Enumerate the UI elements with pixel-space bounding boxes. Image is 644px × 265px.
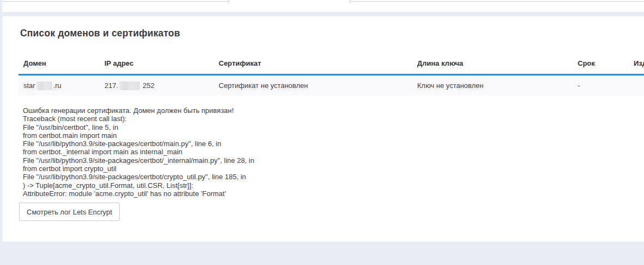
certificate-cell: Сертификат не установлен: [219, 81, 417, 90]
column-header-term: Срок: [578, 59, 634, 67]
tab-bar: [2, 0, 644, 12]
active-tab-right-border: [350, 0, 350, 3]
tab-divider-left: [2, 1, 228, 2]
traceback-line: File "/usr/bin/certbot", line 5, in: [23, 123, 414, 131]
view-letsencrypt-log-button[interactable]: Смотреть лог Lets Encrypt: [19, 203, 120, 221]
tab-divider-right: [350, 1, 644, 2]
certificate-error-log: Ошибка генерации сертификата. Домен долж…: [23, 106, 414, 198]
traceback-line: ) -> Tuple[acme_crypto_util.Format, util…: [23, 181, 414, 190]
traceback-line: AttributeError: module 'acme.crypto_util…: [23, 190, 414, 198]
tab-segment-right[interactable]: [350, 0, 644, 12]
traceback-line: File "/usr/lib/python3.9/site-packages/c…: [23, 140, 414, 148]
active-tab-left-border: [228, 0, 229, 3]
page: { "theme": { "page_bg": "#e8edf5", "card…: [0, 0, 644, 265]
column-header-certificate: Сертификат: [219, 59, 417, 67]
tab-segment-active[interactable]: [229, 0, 350, 12]
traceback-line: File "/usr/lib/python3.9/site-packages/c…: [23, 156, 414, 165]
table-header-row: Домен IP адрес Сертификат Длина ключа Ср…: [18, 59, 644, 67]
traceback-line: from certbot import crypto_util: [23, 165, 414, 173]
traceback-line: Traceback (most recent call last):: [23, 115, 414, 123]
column-header-ip: IP адрес: [104, 59, 219, 67]
error-message-line: Ошибка генерации сертификата. Домен долж…: [23, 106, 414, 115]
tab-segment-left[interactable]: [2, 0, 228, 12]
domain-cell: star.ru: [23, 81, 104, 90]
content-card: Список доменов и сертификатов Домен IP а…: [2, 16, 644, 242]
table-row[interactable]: star.ru 217.252 Сертификат не установлен…: [18, 75, 644, 96]
traceback-line: from certbot.main import main: [23, 131, 414, 140]
redaction-blur-ip: [119, 81, 140, 90]
page-title: Список доменов и сертификатов: [20, 28, 180, 39]
column-header-key-length: Длина ключа: [417, 59, 578, 67]
traceback-line: from certbot._internal import main as in…: [23, 148, 414, 156]
ip-cell: 217.252: [104, 81, 219, 90]
traceback-line: File "/usr/lib/python3.9/site-packages/c…: [23, 173, 414, 181]
column-header-issuer: Изд: [634, 59, 644, 67]
redaction-blur-domain: [36, 81, 52, 90]
term-cell: -: [578, 81, 634, 90]
column-header-domain: Домен: [23, 59, 104, 67]
key-length-cell: Ключ не установлен: [417, 81, 578, 90]
